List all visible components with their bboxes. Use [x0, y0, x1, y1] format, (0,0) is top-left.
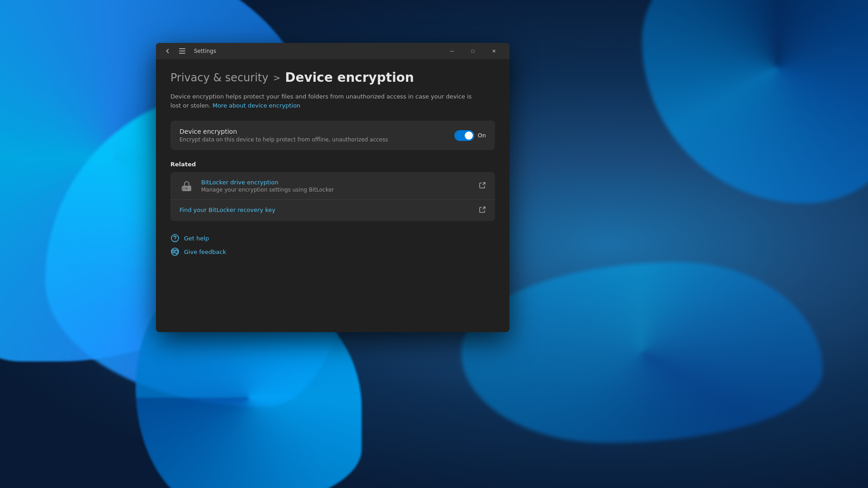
svg-rect-2 [179, 53, 185, 54]
page-description: Device encryption helps protect your fil… [170, 92, 478, 110]
breadcrumb-parent[interactable]: Privacy & security [170, 71, 269, 84]
breadcrumb: Privacy & security > Device encryption [170, 70, 495, 85]
bitlocker-icon [179, 178, 194, 193]
give-feedback-link[interactable]: Give feedback [170, 247, 226, 256]
related-card: BitLocker drive encryption Manage your e… [170, 172, 495, 221]
card-text: Device encryption Encrypt data on this d… [179, 128, 388, 143]
card-description: Encrypt data on this device to help prot… [179, 136, 388, 143]
bitlocker-external-icon [479, 182, 486, 190]
more-about-link[interactable]: More about device encryption [212, 102, 300, 109]
get-help-link[interactable]: Get help [170, 234, 209, 243]
recovery-key-title: Find your BitLocker recovery key [179, 206, 472, 213]
svg-point-7 [175, 240, 175, 241]
svg-point-4 [186, 188, 188, 189]
toggle-wrapper: On [454, 130, 486, 141]
ribbon-decoration-5 [461, 262, 823, 443]
svg-rect-5 [181, 187, 186, 190]
window-title: Settings [192, 48, 438, 54]
close-button[interactable]: ✕ [483, 44, 504, 58]
give-feedback-label: Give feedback [184, 249, 226, 255]
maximize-button[interactable]: □ [462, 44, 483, 58]
bitlocker-text: BitLocker drive encryption Manage your e… [201, 179, 472, 193]
minimize-button[interactable]: ─ [442, 44, 462, 58]
hamburger-button[interactable] [176, 45, 189, 57]
encryption-toggle[interactable] [454, 130, 474, 141]
title-bar: Settings ─ □ ✕ [156, 43, 509, 59]
device-encryption-card: Device encryption Encrypt data on this d… [170, 121, 495, 150]
settings-window: Settings ─ □ ✕ Privacy & security > Devi… [156, 43, 509, 332]
recovery-key-item[interactable]: Find your BitLocker recovery key [170, 200, 495, 221]
breadcrumb-separator: > [273, 72, 281, 83]
recovery-key-text: Find your BitLocker recovery key [179, 206, 472, 214]
window-controls: ─ □ ✕ [442, 44, 504, 58]
back-button[interactable] [161, 45, 174, 57]
bitlocker-title: BitLocker drive encryption [201, 179, 472, 186]
ribbon-decoration-4 [642, 0, 868, 203]
svg-rect-1 [179, 51, 185, 52]
breadcrumb-current: Device encryption [285, 70, 414, 85]
toggle-label: On [478, 132, 486, 139]
feedback-icon [170, 247, 179, 256]
help-links: Get help Give feedback [170, 234, 495, 256]
related-heading: Related [170, 161, 495, 168]
help-circle-icon [170, 234, 179, 243]
content-area: Privacy & security > Device encryption D… [156, 59, 509, 332]
title-bar-nav [161, 45, 189, 57]
recovery-key-external-icon [479, 206, 486, 215]
bitlocker-desc: Manage your encryption settings using Bi… [201, 187, 472, 193]
get-help-label: Get help [184, 235, 209, 242]
svg-rect-0 [179, 48, 185, 49]
card-title: Device encryption [179, 128, 388, 135]
bitlocker-item[interactable]: BitLocker drive encryption Manage your e… [170, 172, 495, 200]
